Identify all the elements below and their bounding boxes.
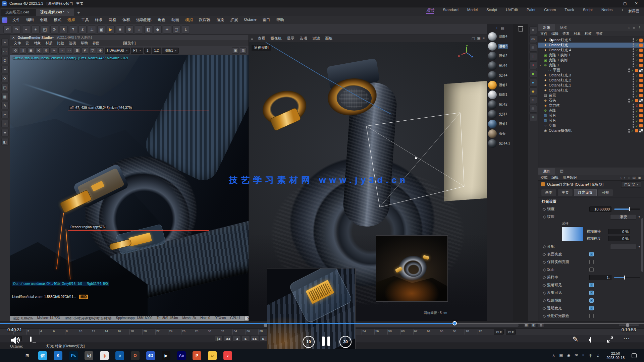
section-header[interactable]: 灯光设置	[538, 197, 644, 205]
octane-tag-icon[interactable]	[635, 129, 638, 132]
param-dropdown-icon[interactable]: ▾	[638, 215, 640, 219]
octane-tag-icon[interactable]	[639, 89, 643, 92]
right-tool-icon[interactable]: T	[529, 53, 537, 60]
taskbar-app-icon[interactable]: 记	[85, 351, 93, 360]
frame-number[interactable]: 54	[362, 329, 374, 335]
attributes-corner-icon[interactable]: ↑	[624, 176, 626, 180]
octane-menu-item[interactable]: 对象	[32, 41, 43, 46]
menu-item[interactable]: 动画	[168, 17, 182, 23]
layout-tab[interactable]: Paint	[527, 8, 535, 14]
toolbar-icon[interactable]: ↷	[13, 25, 21, 34]
attributes-tab[interactable]: 层	[555, 168, 568, 175]
object-manager-menu-item[interactable]: 标签	[583, 32, 594, 36]
taskbar-clock[interactable]: 22:50 2023-09-18	[606, 351, 625, 360]
toolbar-icon[interactable]: ▣	[97, 25, 105, 34]
object-row[interactable]: ▣ 克隆.1 实例.1	[538, 53, 644, 58]
menu-item[interactable]: 样条	[92, 17, 106, 23]
enable-check-icon[interactable]	[636, 73, 638, 77]
tray-icon[interactable]: ♫	[597, 353, 599, 358]
toolbar-icon[interactable]: ◆	[154, 25, 162, 34]
octane-toolbar-icon[interactable]: ▣	[232, 47, 239, 54]
new-interface-button[interactable]: 新界面	[628, 9, 643, 16]
object-manager-tab[interactable]: 对象	[538, 24, 555, 31]
taskbar-app-icon[interactable]: P	[193, 351, 201, 360]
frame-number[interactable]: 8	[65, 329, 78, 335]
anim-dot-icon[interactable]	[542, 253, 546, 256]
frame-number[interactable]: 72	[478, 329, 490, 335]
object-row[interactable]: ◉ Octane摄像机	[538, 128, 644, 133]
octane-tag-icon[interactable]	[639, 49, 643, 52]
frame-number[interactable]: 22	[155, 329, 168, 335]
param-checkbox[interactable]	[589, 283, 594, 287]
c4d-logo-icon[interactable]	[2, 17, 7, 23]
toolbar-icon[interactable]: ▢	[172, 25, 180, 34]
octane-tag-icon[interactable]	[639, 79, 643, 82]
anim-dot-icon[interactable]	[542, 207, 546, 211]
octane-tag-icon[interactable]	[635, 69, 638, 72]
frame-number[interactable]: 58	[387, 329, 400, 335]
object-row[interactable]: ✦ Octane灯光	[538, 88, 644, 93]
octane-tag-icon[interactable]	[639, 104, 643, 107]
notification-icon[interactable]	[632, 353, 637, 358]
octane-tag-icon[interactable]	[639, 39, 643, 42]
anim-dot-icon[interactable]	[542, 299, 546, 302]
frame-number[interactable]: 32	[220, 329, 232, 335]
menu-item[interactable]: 跟踪器	[196, 17, 214, 23]
toolbar-icon[interactable]: ⊥	[88, 25, 96, 34]
minimize-button[interactable]: —	[608, 0, 619, 7]
menu-item[interactable]: 帮助	[273, 17, 287, 23]
material-item[interactable]: 石头	[487, 129, 513, 138]
left-tool-icon[interactable]: ≣	[1, 129, 9, 136]
preset-dropdown[interactable]: 自定义▾	[621, 181, 641, 188]
visibility-dots[interactable]	[633, 114, 635, 118]
document-tab[interactable]: 课程讲解.c4d * ✕	[36, 8, 74, 16]
visibility-dots[interactable]	[633, 38, 635, 42]
octane-tag-icon[interactable]	[639, 124, 643, 127]
material-item[interactable]: 光泽4	[487, 61, 513, 70]
octane-tag-icon[interactable]	[639, 64, 643, 67]
taskbar-app-icon[interactable]: 信	[38, 351, 47, 360]
visibility-dots[interactable]	[633, 78, 635, 82]
toolbar-icon[interactable]: ☀	[163, 25, 171, 34]
attribute-tab-button[interactable]: 灯光设置	[574, 189, 597, 196]
blur-scale-value[interactable]: 0 %	[608, 236, 630, 241]
layout-tab[interactable]: Groom	[544, 8, 556, 14]
toolbar-icon[interactable]: ◰	[41, 25, 49, 34]
frame-number[interactable]: 56	[374, 329, 387, 335]
tray-icon[interactable]: ⌗	[582, 353, 584, 358]
octane-menu-item[interactable]: 选项	[67, 41, 78, 46]
visibility-dots[interactable]	[633, 43, 635, 47]
viewport-corner-icon[interactable]: ▣	[477, 36, 480, 41]
enable-check-icon[interactable]	[636, 104, 638, 108]
right-tool-icon[interactable]: ◆	[529, 87, 537, 95]
visibility-dots[interactable]	[633, 88, 635, 93]
enable-check-icon[interactable]	[636, 114, 638, 118]
toolbar-icon[interactable]: Y	[69, 25, 77, 34]
menu-item[interactable]: 编辑	[23, 17, 37, 23]
left-tool-icon[interactable]: ▭	[1, 48, 9, 55]
object-row[interactable]: ◆ 石头	[538, 98, 644, 103]
frame-number[interactable]: 26	[181, 329, 194, 335]
taskbar-app-icon[interactable]: Ae	[177, 351, 186, 360]
attribute-tab-button[interactable]: 基本	[541, 189, 556, 196]
object-manager-tab[interactable]: 场次	[555, 24, 572, 31]
octane-tag-icon[interactable]	[639, 84, 643, 87]
enable-check-icon[interactable]	[636, 94, 638, 98]
octane-menu-item[interactable]: 文件	[11, 41, 23, 46]
menu-item[interactable]: 扩展	[227, 17, 241, 23]
object-manager-menu-item[interactable]: 对象	[572, 32, 583, 36]
octane-menu-item[interactable]: 云	[23, 41, 32, 46]
octane-gamma-field[interactable]: 1.2	[152, 48, 161, 54]
param-value[interactable]: 10.68000	[589, 206, 611, 212]
taskbar-app-icon[interactable]: Ps	[69, 351, 78, 360]
object-manager-menu-item[interactable]: 查看	[560, 32, 572, 36]
frame-number[interactable]: 24	[168, 329, 181, 335]
param-value[interactable]: 渐变	[610, 214, 636, 220]
close-button[interactable]: ✕	[631, 0, 642, 7]
layout-tab[interactable]: Track	[565, 8, 574, 14]
param-slider[interactable]	[614, 208, 640, 210]
menu-item[interactable]: 文件	[9, 17, 23, 23]
menu-item[interactable]: 运动图形	[133, 17, 155, 23]
tray-icon[interactable]: 中	[589, 353, 592, 358]
frame-number[interactable]: 70	[465, 329, 477, 335]
